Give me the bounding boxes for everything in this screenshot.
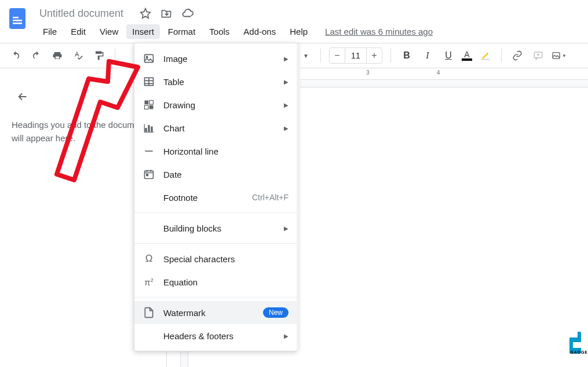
cloud-icon[interactable] bbox=[181, 7, 194, 20]
insert-menu-equation[interactable]: π2Equation bbox=[134, 270, 297, 293]
menubar: FileEditViewInsertFormatToolsAdd-onsHelp… bbox=[37, 22, 581, 41]
blank-icon bbox=[143, 191, 155, 204]
image-icon bbox=[143, 52, 155, 65]
menu-item-label: Special characters bbox=[163, 254, 288, 264]
menu-edit[interactable]: Edit bbox=[65, 24, 92, 39]
star-icon[interactable] bbox=[140, 7, 151, 20]
menu-item-label: Table bbox=[163, 77, 284, 87]
svg-rect-23 bbox=[573, 342, 581, 348]
document-title[interactable]: Untitled document bbox=[37, 6, 126, 21]
svg-point-8 bbox=[146, 56, 148, 58]
menu-item-label: Horizontal line bbox=[163, 146, 288, 156]
font-dropdown-caret[interactable]: ▼ bbox=[303, 53, 309, 59]
svg-rect-15 bbox=[148, 125, 149, 132]
omega-icon: Ω bbox=[143, 252, 155, 265]
outline-hint-text: Headings you add to the document will ap… bbox=[12, 119, 155, 145]
menu-divider bbox=[134, 243, 297, 244]
insert-menu-chart[interactable]: Chart▶ bbox=[134, 116, 297, 140]
text-color-button[interactable]: A bbox=[462, 48, 472, 63]
page-icon bbox=[143, 306, 155, 319]
svg-rect-3 bbox=[13, 17, 19, 19]
svg-rect-20 bbox=[145, 171, 154, 178]
insert-menu-date[interactable]: Date bbox=[134, 163, 297, 186]
svg-rect-0 bbox=[9, 8, 25, 29]
menu-tools[interactable]: Tools bbox=[203, 24, 235, 39]
insert-menu-drawing[interactable]: Drawing▶ bbox=[134, 93, 297, 116]
font-size-decrease[interactable]: − bbox=[330, 48, 345, 63]
menu-item-label: Building blocks bbox=[163, 223, 284, 233]
underline-button[interactable]: U bbox=[441, 48, 456, 63]
menu-item-label: Drawing bbox=[163, 100, 284, 110]
insert-menu-dropdown: Image▶Table▶Drawing▶Chart▶Horizontal lin… bbox=[134, 43, 297, 351]
svg-rect-18 bbox=[144, 124, 145, 131]
menu-item-label: Equation bbox=[163, 277, 288, 287]
insert-menu-building-blocks[interactable]: Building blocks▶ bbox=[134, 216, 297, 240]
font-size-control: − 11 + bbox=[329, 47, 382, 64]
menu-item-label: Headers & footers bbox=[163, 331, 284, 341]
svg-rect-13 bbox=[145, 105, 149, 109]
link-button[interactable] bbox=[510, 48, 525, 63]
menu-item-label: Image bbox=[163, 54, 284, 64]
menu-item-label: Chart bbox=[163, 123, 284, 133]
svg-rect-1 bbox=[13, 20, 22, 21]
bold-button[interactable]: B bbox=[399, 48, 414, 63]
hr-icon bbox=[143, 145, 155, 157]
svg-rect-2 bbox=[13, 23, 22, 24]
svg-rect-19 bbox=[145, 151, 152, 152]
svg-rect-17 bbox=[144, 132, 154, 133]
menu-add-ons[interactable]: Add-ons bbox=[238, 24, 282, 39]
font-size-increase[interactable]: + bbox=[367, 48, 382, 63]
menu-file[interactable]: File bbox=[37, 24, 63, 39]
separator bbox=[115, 49, 115, 63]
separator bbox=[501, 49, 502, 63]
svg-rect-12 bbox=[149, 101, 154, 105]
spellcheck-button[interactable] bbox=[71, 48, 86, 63]
chevron-right-icon: ▶ bbox=[284, 125, 288, 131]
source-watermark-text: GADGE bbox=[570, 350, 588, 354]
chevron-right-icon: ▶ bbox=[284, 79, 288, 85]
chevron-right-icon: ▶ bbox=[284, 56, 288, 62]
insert-menu-table[interactable]: Table▶ bbox=[134, 70, 297, 93]
redo-button[interactable] bbox=[29, 48, 44, 63]
menu-view[interactable]: View bbox=[94, 24, 124, 39]
chevron-right-icon: ▶ bbox=[284, 333, 288, 339]
menu-format[interactable]: Format bbox=[162, 24, 202, 39]
comment-button[interactable] bbox=[531, 48, 546, 63]
svg-rect-14 bbox=[145, 128, 147, 132]
svg-rect-4 bbox=[481, 59, 490, 60]
move-icon[interactable] bbox=[160, 7, 172, 20]
insert-menu-special-characters[interactable]: ΩSpecial characters bbox=[134, 247, 297, 270]
date-icon bbox=[143, 168, 155, 181]
print-button[interactable] bbox=[50, 48, 65, 63]
paint-format-button[interactable] bbox=[92, 48, 107, 63]
menu-insert[interactable]: Insert bbox=[126, 24, 160, 39]
image-insert-button[interactable]: ▼ bbox=[552, 48, 567, 63]
new-badge: New bbox=[263, 307, 288, 318]
pi-icon: π2 bbox=[143, 276, 155, 288]
chart-icon bbox=[143, 122, 155, 134]
svg-rect-21 bbox=[147, 174, 148, 176]
last-edit-link[interactable]: Last edit was 6 minutes ago bbox=[325, 27, 433, 36]
insert-menu-headers-footers[interactable]: Headers & footers▶ bbox=[134, 324, 297, 347]
source-watermark-icon bbox=[565, 331, 588, 361]
undo-button[interactable] bbox=[8, 48, 23, 63]
menu-item-label: Date bbox=[163, 170, 288, 179]
svg-rect-24 bbox=[569, 332, 578, 337]
insert-menu-watermark[interactable]: WatermarkNew bbox=[134, 301, 297, 324]
blank-icon bbox=[143, 222, 155, 234]
italic-button[interactable]: I bbox=[420, 48, 435, 63]
svg-rect-11 bbox=[149, 105, 154, 109]
insert-menu-footnote[interactable]: FootnoteCtrl+Alt+F bbox=[134, 186, 297, 209]
font-size-value[interactable]: 11 bbox=[345, 48, 367, 63]
insert-menu-horizontal-line[interactable]: Horizontal line bbox=[134, 140, 297, 163]
drawing-icon bbox=[143, 98, 155, 111]
highlight-button[interactable] bbox=[478, 48, 493, 63]
menu-help[interactable]: Help bbox=[284, 24, 313, 39]
docs-logo[interactable] bbox=[7, 7, 30, 30]
chevron-right-icon: ▶ bbox=[284, 102, 288, 108]
table-icon bbox=[143, 75, 155, 88]
svg-rect-16 bbox=[151, 127, 152, 132]
insert-menu-image[interactable]: Image▶ bbox=[134, 47, 297, 70]
menu-item-label: Footnote bbox=[163, 193, 252, 203]
menu-item-label: Watermark bbox=[163, 308, 263, 318]
